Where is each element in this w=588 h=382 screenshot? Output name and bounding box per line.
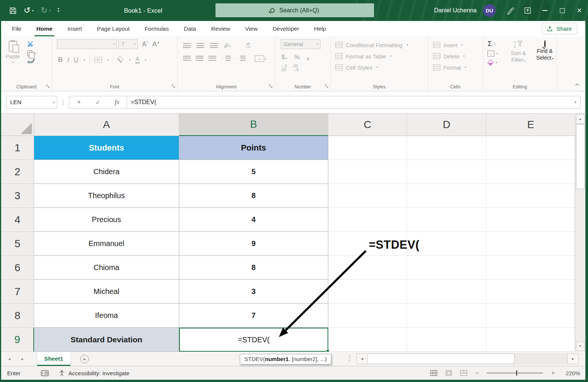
insert-function-button[interactable]: fx <box>108 98 127 106</box>
row-header[interactable]: 3 <box>1 184 34 208</box>
cell-student[interactable]: Micheal <box>34 280 179 304</box>
column-header-b[interactable]: B <box>179 113 328 136</box>
font-name-combobox[interactable]: ▾ <box>57 39 117 49</box>
autosum-button[interactable]: Σ▾ <box>488 40 504 47</box>
page-layout-view-button[interactable] <box>445 370 452 376</box>
cell[interactable] <box>407 184 486 208</box>
close-button[interactable]: × <box>571 0 588 21</box>
cell[interactable] <box>486 304 575 328</box>
tab-file[interactable]: File <box>4 21 29 36</box>
cell[interactable] <box>328 160 407 184</box>
cell-student[interactable]: Ifeoma <box>34 304 179 328</box>
column-header-d[interactable]: D <box>407 113 486 136</box>
copy-button[interactable]: ▾ <box>27 51 36 56</box>
fill-color-button[interactable] <box>118 55 123 63</box>
name-box-dropdown[interactable]: ▾ <box>53 101 54 104</box>
zoom-out-button[interactable]: − <box>475 369 479 377</box>
tab-developer[interactable]: Developer <box>265 21 307 36</box>
delete-cells-button[interactable]: Delete▾ <box>428 51 483 62</box>
font-color-dropdown[interactable]: ▾ <box>145 58 147 61</box>
cell[interactable] <box>486 232 575 256</box>
cell[interactable] <box>407 136 486 160</box>
expand-formula-bar-button[interactable]: ▾ <box>575 100 576 104</box>
cell[interactable] <box>407 208 486 232</box>
increase-font-size-button[interactable]: A^ <box>142 40 148 48</box>
minimize-button[interactable] <box>536 0 554 21</box>
enter-formula-button[interactable]: ✓ <box>88 99 108 106</box>
decrease-indent-button[interactable]: ← <box>221 56 231 61</box>
account-name[interactable]: Daniel Uchenna <box>434 7 477 14</box>
cell-styles-button[interactable]: Cell Styles▾ <box>331 62 428 73</box>
number-dialog-launcher[interactable] <box>325 84 329 88</box>
avatar[interactable]: DU <box>483 4 496 17</box>
page-break-view-button[interactable] <box>460 370 467 376</box>
font-size-combobox[interactable]: 7▾ <box>118 39 138 49</box>
cell-student[interactable]: Emmanuel <box>34 232 179 256</box>
cell-points[interactable]: 7 <box>179 304 328 328</box>
row-header[interactable]: 4 <box>1 208 34 232</box>
clear-button[interactable]: ▾ <box>488 60 504 65</box>
italic-button[interactable]: I <box>67 56 69 64</box>
cut-button[interactable] <box>27 41 34 47</box>
cell[interactable] <box>407 256 486 280</box>
conditional-formatting-button[interactable]: Conditional Formatting▾ <box>331 39 428 51</box>
cell[interactable] <box>486 280 575 304</box>
column-header-e[interactable]: E <box>486 113 575 136</box>
column-header-c[interactable]: C <box>328 113 407 136</box>
percent-style-button[interactable]: % <box>294 54 300 61</box>
cell[interactable] <box>407 160 486 184</box>
cell[interactable] <box>407 304 486 328</box>
cell-points[interactable]: 9 <box>179 232 328 256</box>
comma-style-button[interactable]: , <box>307 53 309 59</box>
row-header[interactable]: 6 <box>1 256 34 280</box>
sheet-tab-sheet1[interactable]: Sheet1 <box>37 352 71 366</box>
cell[interactable] <box>328 280 407 304</box>
align-middle-button[interactable] <box>196 43 204 48</box>
align-center-button[interactable] <box>196 56 203 61</box>
number-format-combobox[interactable]: General▾ <box>281 39 320 49</box>
undo-button[interactable]: ↺▾ <box>24 6 33 15</box>
borders-dropdown[interactable]: ▾ <box>107 58 109 61</box>
paste-button[interactable]: Paste ▾ <box>1 39 24 64</box>
customize-quick-access-button[interactable]: ▾ <box>58 8 59 13</box>
cell[interactable] <box>328 328 407 352</box>
cell[interactable] <box>328 256 407 280</box>
vertical-scroll-thumb[interactable] <box>576 124 585 189</box>
cell[interactable] <box>486 136 575 160</box>
horizontal-scroll-track[interactable] <box>515 354 567 364</box>
bold-button[interactable]: B <box>58 56 63 64</box>
zoom-in-button[interactable]: + <box>551 369 555 377</box>
collapse-ribbon-button[interactable]: ^ <box>575 82 579 88</box>
macro-record-button[interactable] <box>41 370 49 376</box>
cell[interactable] <box>486 160 575 184</box>
cell-points[interactable]: 8 <box>179 184 328 208</box>
formula-bar-splitter[interactable] <box>63 100 64 101</box>
new-sheet-button[interactable]: + <box>80 355 89 363</box>
align-right-button[interactable] <box>208 56 216 61</box>
cell-student[interactable]: Precious <box>34 208 179 232</box>
cell-points[interactable]: 3 <box>179 280 328 304</box>
select-all-button[interactable] <box>1 113 34 136</box>
cell-a9-label[interactable]: Standard Deviation <box>34 328 179 352</box>
merge-center-button[interactable]: ↔▾ <box>255 55 266 62</box>
clipboard-dialog-launcher[interactable] <box>46 84 50 88</box>
orientation-button[interactable]: ab▾ <box>223 42 231 49</box>
zoom-level[interactable]: 220% <box>563 370 580 376</box>
row-header[interactable]: 7 <box>1 280 34 304</box>
tab-view[interactable]: View <box>238 21 265 36</box>
accounting-format-button[interactable]: $▾ <box>281 54 287 61</box>
scroll-down-button[interactable]: ▼ <box>576 342 585 351</box>
cell-student[interactable]: Theophilus <box>34 184 179 208</box>
underline-button[interactable]: U <box>74 56 78 64</box>
cell-b1[interactable]: Points <box>179 136 328 160</box>
cell-points[interactable]: 8 <box>179 256 328 280</box>
scroll-up-button[interactable]: ▲ <box>576 114 585 124</box>
tab-scrollbar-splitter[interactable] <box>349 355 350 357</box>
zoom-slider-thumb[interactable] <box>516 370 517 376</box>
cell-points[interactable]: 4 <box>179 208 328 232</box>
tab-insert[interactable]: Insert <box>60 21 90 36</box>
cell-points[interactable]: 5 <box>179 160 328 184</box>
cell[interactable] <box>407 280 486 304</box>
cell[interactable] <box>486 256 575 280</box>
tab-page-layout[interactable]: Page Layout <box>90 21 137 36</box>
